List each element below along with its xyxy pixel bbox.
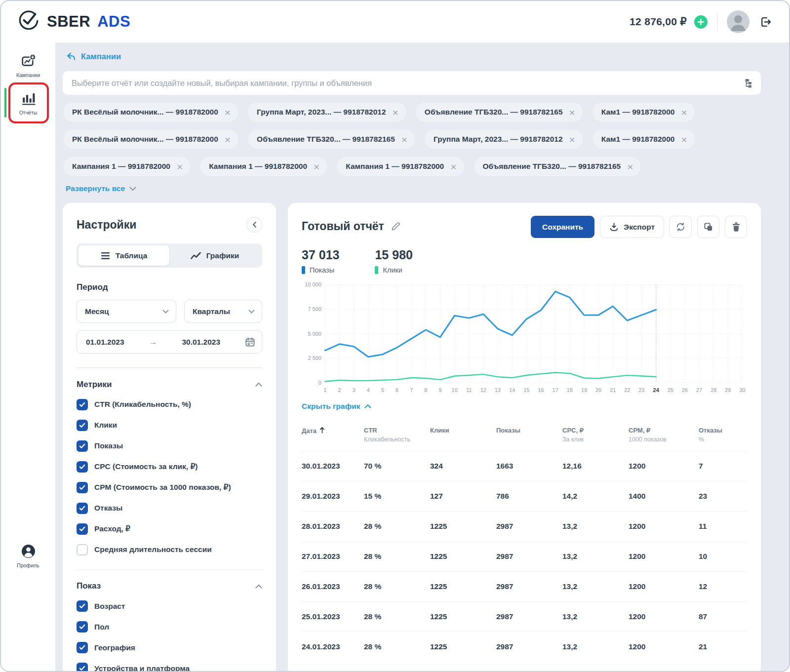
edit-pencil-icon[interactable] — [391, 221, 401, 232]
chip-remove-icon[interactable]: × — [569, 134, 575, 145]
table-cell: 87 — [699, 612, 747, 621]
checkbox-row[interactable]: Показы — [77, 440, 262, 452]
save-button[interactable]: Сохранить — [531, 216, 594, 238]
table-row: 27.01.202328 %1225298713,2120010 — [302, 541, 747, 571]
breadcrumb-back-link[interactable]: Кампании — [66, 51, 121, 62]
filter-chip[interactable]: Объявление ТГБ320... — 9918782165× — [474, 156, 642, 177]
checkbox-label: Расход, ₽ — [94, 524, 130, 533]
table-cell: 13,2 — [562, 642, 629, 651]
chip-remove-icon[interactable]: × — [177, 161, 183, 172]
logout-button[interactable] — [757, 13, 774, 31]
checkbox-row[interactable]: Устройства и платформа — [77, 663, 262, 671]
chip-label: Объявление ТГБ320... — 9918782165 — [425, 108, 563, 117]
group-by-select[interactable]: Месяц — [77, 300, 176, 323]
table-icon — [101, 252, 110, 260]
hierarchy-tree-button[interactable] — [740, 76, 754, 90]
line-chart: 02 5005 0007 50010 000123456789101112131… — [302, 280, 747, 396]
filter-chip[interactable]: Кам1 — 9918782000× — [592, 102, 696, 122]
table-body: 30.01.202370 %324166312,161200729.01.202… — [302, 451, 747, 662]
checkbox-row[interactable]: Пол — [77, 621, 262, 632]
checkbox-checked[interactable] — [77, 503, 88, 514]
checkbox-checked[interactable] — [77, 621, 88, 632]
duplicate-button[interactable] — [697, 216, 719, 238]
sort-asc-icon[interactable] — [319, 427, 325, 435]
checkbox-row[interactable]: Расход, ₽ — [77, 523, 262, 535]
chip-remove-icon[interactable]: × — [225, 107, 231, 118]
svg-text:22: 22 — [624, 387, 630, 393]
checkbox-row[interactable]: CPM (Стоимость за 1000 показов, ₽) — [77, 482, 262, 493]
table-header-cell[interactable]: Дата — [302, 427, 364, 435]
sidebar-item-reports[interactable]: Отчёты — [1, 84, 55, 121]
chip-remove-icon[interactable]: × — [681, 134, 687, 145]
filter-chip[interactable]: Кампания 1 — 9918782000× — [336, 156, 465, 177]
chip-remove-icon[interactable]: × — [393, 107, 398, 118]
svg-text:13: 13 — [495, 387, 501, 393]
filter-chip[interactable]: Группа Март, 2023... — 9918782012× — [247, 102, 407, 122]
checkbox-checked[interactable] — [77, 461, 88, 473]
filter-chip[interactable]: РК Весёлый молочник... — 9918782000× — [63, 129, 239, 150]
checkbox-checked[interactable] — [77, 399, 88, 410]
table-cell: 29.01.2023 — [302, 492, 364, 501]
checkbox-checked[interactable] — [77, 482, 88, 493]
avatar[interactable] — [727, 10, 750, 33]
filter-chip[interactable]: Кампания 1 — 9918782000× — [199, 156, 328, 177]
quarter-select[interactable]: Кварталы — [184, 300, 262, 323]
checkbox-row[interactable]: Клики — [77, 420, 262, 431]
chevron-up-icon[interactable] — [255, 584, 262, 589]
export-button[interactable]: Экспорт — [600, 216, 664, 238]
table-cell: 786 — [496, 492, 562, 501]
table-cell: 24.01.2023 — [302, 642, 364, 651]
checkbox-checked[interactable] — [77, 523, 88, 535]
checkbox-row[interactable]: Возраст — [77, 600, 262, 612]
svg-text:23: 23 — [638, 387, 644, 393]
column-subtitle: Кликабельность — [364, 436, 430, 443]
filter-chip[interactable]: Кампания 1 — 9918782000× — [63, 156, 191, 177]
checkbox-row[interactable]: CPC (Стоимость за клик, ₽) — [77, 461, 262, 473]
checkbox-row[interactable]: CTR (Кликабельность, %) — [77, 399, 262, 410]
collapse-panel-button[interactable] — [246, 217, 262, 233]
checkbox-row[interactable]: Отказы — [77, 503, 262, 514]
checkbox-label: CPM (Стоимость за 1000 показов, ₽) — [94, 483, 231, 492]
checkbox-label: Клики — [94, 421, 117, 430]
chip-remove-icon[interactable]: × — [627, 161, 633, 172]
filter-chip[interactable]: Объявление ТГБ320... — 9918782165× — [247, 129, 416, 150]
chip-remove-icon[interactable]: × — [225, 134, 231, 145]
topup-balance-button[interactable] — [694, 15, 708, 29]
chip-label: РК Весёлый молочник... — 9918782000 — [72, 108, 218, 117]
checkbox-row[interactable]: Средняя длительность сессии — [77, 544, 262, 555]
chip-remove-icon[interactable]: × — [681, 107, 687, 118]
expand-all-link[interactable]: Развернуть все — [66, 184, 136, 193]
chip-remove-icon[interactable]: × — [401, 134, 407, 145]
tab-charts[interactable]: Графики — [169, 245, 260, 266]
chip-remove-icon[interactable]: × — [314, 161, 319, 172]
table-row: 28.01.202328 %1225298713,2120011 — [302, 511, 747, 541]
filter-chip[interactable]: Объявление ТГБ320... — 9918782165× — [415, 102, 584, 122]
checkbox-row[interactable]: География — [77, 642, 262, 653]
checkbox-label: Устройства и платформа — [94, 664, 190, 672]
sidebar-item-profile[interactable]: Профиль — [1, 537, 55, 574]
refresh-button[interactable] — [670, 216, 692, 238]
chevron-up-icon[interactable] — [255, 382, 262, 387]
filter-chip[interactable]: РК Весёлый молочник... — 9918782000× — [63, 102, 239, 122]
svg-text:25: 25 — [668, 387, 673, 393]
chevron-left-icon — [252, 221, 257, 228]
chip-label: РК Весёлый молочник... — 9918782000 — [72, 135, 218, 144]
chip-remove-icon[interactable]: × — [569, 107, 575, 118]
hide-chart-link[interactable]: Скрыть график — [302, 402, 371, 411]
checkbox-unchecked[interactable] — [77, 544, 88, 555]
svg-text:0: 0 — [318, 380, 321, 386]
checkbox-checked[interactable] — [77, 600, 88, 612]
checkbox-checked[interactable] — [77, 440, 88, 452]
filter-chip[interactable]: Кам1 — 9918782000× — [592, 129, 696, 150]
date-range-picker[interactable]: 01.01.2023 → 30.01.2023 — [77, 330, 262, 354]
sidebar-item-campaigns[interactable]: Кампании — [1, 46, 55, 84]
delete-button[interactable] — [725, 216, 747, 238]
checkbox-checked[interactable] — [77, 420, 88, 431]
tab-table[interactable]: Таблица — [79, 245, 169, 266]
checkbox-checked[interactable] — [77, 642, 88, 653]
expand-all-label: Развернуть все — [66, 184, 125, 193]
checkbox-checked[interactable] — [77, 663, 88, 671]
report-search-input[interactable] — [72, 79, 740, 88]
chip-remove-icon[interactable]: × — [450, 161, 456, 172]
filter-chip[interactable]: Группа Март, 2023... — 9918782012× — [424, 129, 584, 150]
